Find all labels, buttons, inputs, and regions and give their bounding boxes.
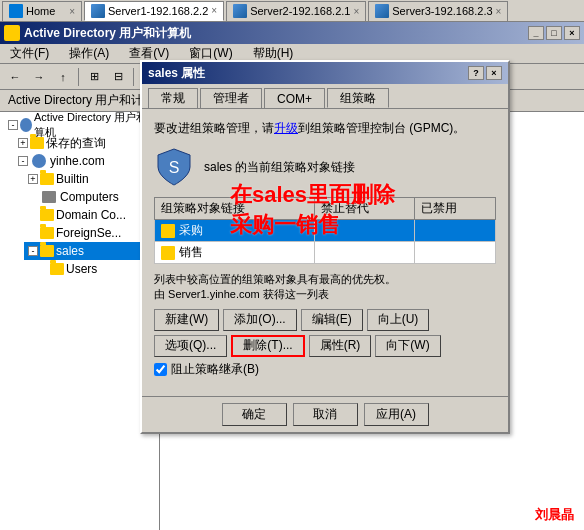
dc-icon (40, 209, 54, 221)
props-button[interactable]: 属性(R) (309, 335, 372, 357)
root-expand[interactable]: - (8, 120, 18, 130)
saved-expand[interactable]: + (18, 138, 28, 148)
server2-icon (233, 4, 247, 18)
foreign-icon (40, 227, 54, 239)
options-button[interactable]: 选项(Q)... (154, 335, 227, 357)
tab-server2[interactable]: Server2-192.168.2.1 × (226, 1, 366, 21)
server3-icon (375, 4, 389, 18)
tab-server3[interactable]: Server3-192.168.2.3 × (368, 1, 508, 21)
dialog-help-button[interactable]: ? (468, 66, 484, 80)
dialog-description: 要改进组策略管理，请升级到组策略管理控制台 (GPMC)。 (154, 119, 496, 137)
users-icon (50, 263, 64, 275)
row-caigou-nooverride (314, 220, 414, 242)
taskbar: Home × Server1-192.168.2.2 × Server2-192… (0, 0, 584, 22)
ok-button[interactable]: 确定 (222, 403, 287, 426)
delete-button[interactable]: 删除(T)... (231, 335, 304, 357)
xiaoshou-icon (161, 246, 175, 260)
row-xiaoshou-name: 销售 (155, 242, 315, 264)
col-header-disabled: 已禁用 (415, 198, 496, 220)
sidebar-root[interactable]: - Active Directory 用户和计算机 (4, 116, 159, 134)
sidebar-computers[interactable]: Computers (24, 188, 159, 206)
dialog-title: sales 属性 (148, 65, 205, 82)
upgrade-link[interactable]: 升级 (274, 121, 298, 135)
sidebar-yinhe[interactable]: - yinhe.com (14, 152, 159, 170)
caigou-icon (161, 224, 175, 238)
tab-manager[interactable]: 管理者 (200, 88, 262, 108)
computers-icon (42, 191, 56, 203)
toolbar-btn3[interactable]: ⊟ (107, 67, 129, 87)
tab-close-server3[interactable]: × (496, 6, 502, 17)
minimize-button[interactable]: _ (528, 26, 544, 40)
apply-button[interactable]: 应用(A) (364, 403, 429, 426)
sidebar: - Active Directory 用户和计算机 + 保存的查询 - yinh… (0, 112, 160, 530)
cancel-button[interactable]: 取消 (293, 403, 358, 426)
window-title: Active Directory 用户和计算机 (24, 25, 191, 42)
builtin-expand[interactable]: + (28, 174, 38, 184)
dialog-content: 要改进组策略管理，请升级到组策略管理控制台 (GPMC)。 S sales 的当… (142, 109, 508, 396)
close-button[interactable]: × (564, 26, 580, 40)
col-header-link: 组策略对象链接 (155, 198, 315, 220)
policy-shield-icon: S (154, 147, 194, 187)
tab-grouppolicy[interactable]: 组策略 (327, 88, 389, 108)
server1-icon (91, 4, 105, 18)
toolbar-up[interactable]: ↑ (52, 67, 74, 87)
toolbar-back[interactable]: ← (4, 67, 26, 87)
sidebar-sales[interactable]: - sales (24, 242, 159, 260)
row-caigou-disabled (415, 220, 496, 242)
add-button[interactable]: 添加(O)... (223, 309, 296, 331)
row-caigou-name: 采购 (155, 220, 315, 242)
window-icon (4, 25, 20, 41)
menu-action[interactable]: 操作(A) (63, 44, 115, 63)
dialog-titlebar-buttons: ? × (468, 66, 502, 80)
home-icon (9, 4, 23, 18)
checkbox-label: 阻止策略继承(B) (171, 361, 259, 378)
tab-com[interactable]: COM+ (264, 88, 325, 108)
titlebar-buttons: _ □ × (528, 26, 580, 40)
policy-icon-row: S sales 的当前组策略对象链接 (154, 147, 496, 187)
sales-icon (40, 245, 54, 257)
ad-icon (20, 118, 32, 132)
builtin-icon (40, 173, 54, 185)
down-button[interactable]: 向下(W) (375, 335, 440, 357)
up-button[interactable]: 向上(U) (367, 309, 430, 331)
tab-close-server2[interactable]: × (353, 6, 359, 17)
row-xiaoshou-disabled (415, 242, 496, 264)
toolbar-forward[interactable]: → (28, 67, 50, 87)
dialog-close-button[interactable]: × (486, 66, 502, 80)
yinhe-expand[interactable]: - (18, 156, 28, 166)
toolbar-btn2[interactable]: ⊞ (83, 67, 105, 87)
note-text: 列表中较高位置的组策略对象具有最高的优先权。 由 Server1.yinhe.c… (154, 272, 496, 303)
tab-server1[interactable]: Server1-192.168.2.2 × (84, 1, 224, 21)
table-row-caigou[interactable]: 采购 (155, 220, 496, 242)
separator2 (133, 68, 134, 86)
row-xiaoshou-nooverride (314, 242, 414, 264)
policy-subtitle: sales 的当前组策略对象链接 (204, 159, 355, 176)
block-inheritance-checkbox[interactable] (154, 363, 167, 376)
yinhe-domain-icon (32, 154, 46, 168)
new-button[interactable]: 新建(W) (154, 309, 219, 331)
action-row-2: 选项(Q)... 删除(T)... 属性(R) 向下(W) (154, 335, 496, 357)
sidebar-domain-controllers[interactable]: Domain Co... (24, 206, 159, 224)
svg-text:S: S (169, 159, 180, 176)
col-header-nooverride: 禁止替代 (314, 198, 414, 220)
separator1 (78, 68, 79, 86)
dialog-titlebar: sales 属性 ? × (142, 62, 508, 84)
tab-home[interactable]: Home × (2, 1, 82, 21)
tab-close-home[interactable]: × (69, 6, 75, 17)
table-row-xiaoshou[interactable]: 销售 (155, 242, 496, 264)
sales-expand[interactable]: - (28, 246, 38, 256)
tab-general[interactable]: 常规 (148, 88, 198, 108)
sidebar-builtin[interactable]: + Builtin (24, 170, 159, 188)
dialog-bottom: 确定 取消 应用(A) (142, 396, 508, 432)
sales-properties-dialog: sales 属性 ? × 常规 管理者 COM+ 组策略 要改进组策略管理，请升… (140, 60, 510, 434)
policy-table: 组策略对象链接 禁止替代 已禁用 采购 销 (154, 197, 496, 264)
window-titlebar: Active Directory 用户和计算机 _ □ × (0, 22, 584, 44)
checkbox-row: 阻止策略继承(B) (154, 361, 496, 378)
edit-button[interactable]: 编辑(E) (301, 309, 363, 331)
tab-close-server1[interactable]: × (211, 5, 217, 16)
maximize-button[interactable]: □ (546, 26, 562, 40)
dialog-tabs: 常规 管理者 COM+ 组策略 (142, 84, 508, 109)
action-row-1: 新建(W) 添加(O)... 编辑(E) 向上(U) (154, 309, 496, 331)
sidebar-foreignse[interactable]: ForeignSe... (24, 224, 159, 242)
menu-file[interactable]: 文件(F) (4, 44, 55, 63)
